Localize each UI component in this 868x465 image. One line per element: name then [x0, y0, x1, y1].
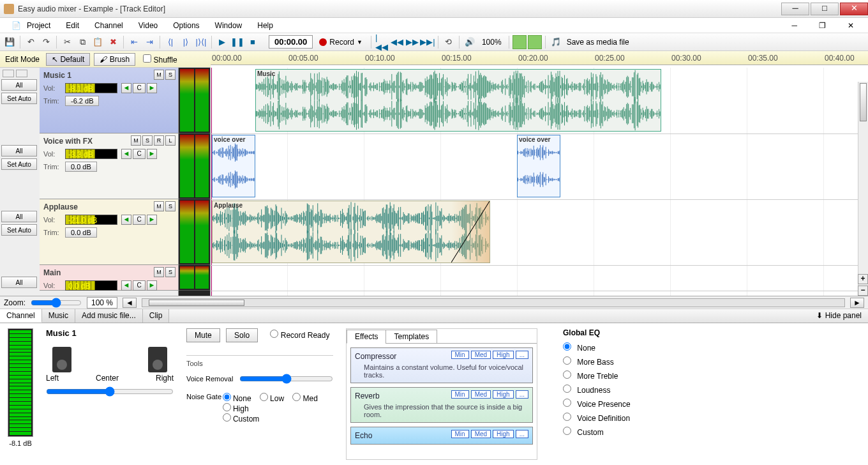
play-icon[interactable]: ▶	[215, 35, 229, 49]
pan-right-button[interactable]: ►	[147, 149, 157, 159]
fx-btn-med[interactable]: Med	[471, 430, 491, 438]
zoom-out-button[interactable]: −	[858, 286, 868, 296]
volume-icon[interactable]: 🔊	[463, 35, 477, 49]
fadeout-handle[interactable]	[451, 201, 490, 263]
fx-btn-high[interactable]: High	[493, 351, 514, 359]
eq-loudness[interactable]: Loudness	[563, 385, 860, 395]
fx-btn-...[interactable]: ...	[516, 351, 528, 359]
maximize-button[interactable]: □	[811, 3, 839, 15]
eq-none[interactable]: None	[563, 342, 860, 353]
pan-center[interactable]: C	[133, 215, 146, 225]
fx-btn-high[interactable]: High	[493, 390, 514, 399]
delete-icon[interactable]: ✖	[106, 35, 120, 49]
track-m-button[interactable]: M	[154, 201, 164, 211]
brush-mode-button[interactable]: 🖌 Brush	[94, 53, 135, 66]
fx-btn-min[interactable]: Min	[451, 390, 469, 399]
ng-med[interactable]: Med	[292, 395, 317, 402]
setauto-button[interactable]: Set Auto	[1, 93, 37, 104]
pan-center[interactable]: C	[133, 83, 146, 93]
pan-left-button[interactable]: ◄	[121, 280, 131, 291]
track-content[interactable]: Music voice over voice over Applause + −	[211, 68, 868, 296]
record-ready-radio[interactable]: Record Ready	[270, 331, 329, 340]
snap-end-icon[interactable]: ⇥	[142, 35, 156, 49]
fx-tab-templates[interactable]: Templates	[385, 330, 437, 344]
fx-tab-effects[interactable]: Effects	[347, 330, 386, 344]
trim-value[interactable]: -6.2 dB	[65, 96, 99, 106]
shuffle-checkbox[interactable]: Shuffle	[143, 54, 177, 65]
setauto-button[interactable]: Set Auto	[1, 224, 37, 236]
mute-button[interactable]: Mute	[186, 328, 220, 342]
track-r-button[interactable]: R	[154, 135, 164, 146]
trim-left-icon[interactable]: ⟨|	[163, 35, 177, 49]
vol-meter[interactable]: -21.0 dB	[65, 215, 117, 225]
eq-voice-definition[interactable]: Voice Definition	[563, 413, 860, 423]
pan-center[interactable]: C	[133, 149, 146, 159]
eq-voice-presence[interactable]: Voice Presence	[563, 399, 860, 409]
pause-icon[interactable]: ❚❚	[230, 35, 244, 49]
all-button[interactable]: All	[1, 211, 37, 222]
fx-reverb[interactable]: Reverb MinMedHigh... Gives the impressio…	[350, 387, 533, 423]
tab-add-music[interactable]: Add music file...	[75, 309, 143, 323]
pan-left-button[interactable]: ◄	[121, 149, 131, 159]
horizontal-scrollbar[interactable]	[142, 298, 845, 307]
stop-icon[interactable]: ■	[246, 35, 260, 49]
ng-custom[interactable]: Custom	[223, 415, 259, 423]
cut-icon[interactable]: ✂	[60, 35, 74, 49]
hide-panel-button[interactable]: ⬇ Hide panel	[810, 309, 868, 323]
trim-right-icon[interactable]: |⟩	[179, 35, 193, 49]
default-mode-button[interactable]: ↖ Default	[46, 53, 90, 66]
all-button[interactable]: All	[1, 277, 37, 288]
pan-right-button[interactable]: ►	[147, 215, 157, 225]
all-button[interactable]: All	[1, 79, 37, 91]
ng-none[interactable]: None	[223, 395, 251, 402]
track-l-button[interactable]: L	[165, 135, 176, 146]
all-button[interactable]: All	[1, 145, 37, 156]
pan-slider[interactable]	[46, 386, 174, 397]
rewind-icon[interactable]: ◀◀	[390, 35, 404, 49]
fx-echo[interactable]: Echo MinMedHigh...	[350, 427, 533, 445]
clip-music[interactable]: Music	[255, 69, 661, 132]
zoom-slider[interactable]	[31, 298, 82, 308]
clip-voice2[interactable]: voice over	[517, 135, 560, 197]
vol-meter[interactable]: -8.1 dB	[65, 83, 117, 93]
goto-end-icon[interactable]: ▶▶|	[421, 35, 435, 49]
trim-value[interactable]: 0.0 dB	[65, 227, 97, 238]
save-as-media[interactable]: Save as media file	[564, 38, 629, 47]
record-button[interactable]: Record ▼	[314, 36, 368, 48]
track-s-button[interactable]: S	[165, 201, 176, 211]
fx-compressor[interactable]: Compressor MinMedHigh... Maintains a con…	[350, 347, 533, 383]
undo-icon[interactable]: ↶	[24, 35, 38, 49]
fx-btn-high[interactable]: High	[493, 430, 514, 438]
fx-btn-...[interactable]: ...	[516, 390, 528, 399]
pan-left-button[interactable]: ◄	[121, 83, 131, 93]
menu-channel[interactable]: Channel	[87, 20, 131, 31]
track-s-button[interactable]: S	[142, 135, 153, 146]
track-m-button[interactable]: M	[154, 70, 164, 80]
fx-btn-min[interactable]: Min	[451, 351, 469, 359]
hscroll-thumb[interactable]	[149, 300, 244, 306]
fx-btn-med[interactable]: Med	[471, 351, 491, 359]
export-icon[interactable]: 🎵	[549, 35, 563, 49]
vscroll-thumb[interactable]	[860, 83, 867, 121]
marker1-icon[interactable]	[513, 35, 527, 49]
mdi-min-icon[interactable]: ─	[784, 20, 805, 31]
menu-edit[interactable]: Edit	[58, 20, 87, 31]
redo-icon[interactable]: ↷	[39, 35, 53, 49]
fx-btn-med[interactable]: Med	[471, 390, 491, 399]
zoom-in-button[interactable]: +	[858, 274, 868, 284]
ng-low[interactable]: Low	[260, 395, 284, 402]
eq-custom[interactable]: Custom	[563, 427, 860, 437]
menu-video[interactable]: Video	[131, 20, 165, 31]
vol-meter[interactable]: -3.3 dB	[65, 149, 117, 159]
tab-channel[interactable]: Channel	[0, 309, 42, 323]
voice-removal-slider[interactable]	[239, 374, 333, 384]
hscroll-right[interactable]: ►	[850, 298, 864, 308]
marker2-icon[interactable]	[528, 35, 542, 49]
pan-left-button[interactable]: ◄	[121, 215, 131, 225]
menu-help[interactable]: Help	[250, 20, 281, 31]
goto-start-icon[interactable]: |◀◀	[375, 35, 389, 49]
fx-btn-min[interactable]: Min	[451, 430, 469, 438]
eq-more-treble[interactable]: More Treble	[563, 370, 860, 381]
fx-btn-...[interactable]: ...	[516, 430, 528, 438]
split-icon[interactable]: |⟩⟨|	[194, 35, 208, 49]
